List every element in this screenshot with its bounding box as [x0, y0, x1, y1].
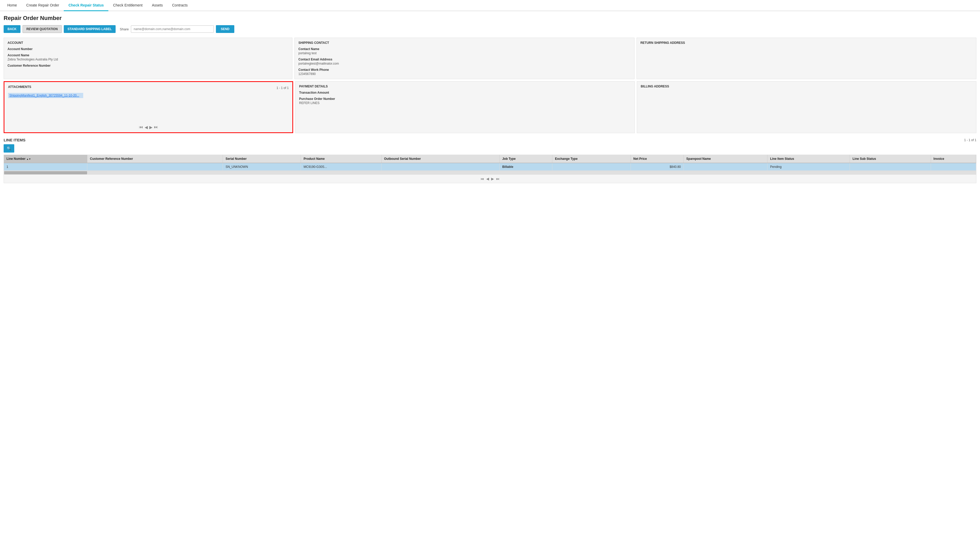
- back-button[interactable]: BACK: [4, 25, 21, 33]
- main-nav: HomeCreate Repair OrderCheck Repair Stat…: [0, 0, 980, 11]
- nav-item-create-repair-order[interactable]: Create Repair Order: [22, 0, 64, 11]
- table-col-net-price[interactable]: Net Price: [631, 155, 684, 163]
- payment-field-value: REFER LINES: [299, 101, 631, 105]
- pagination-last-icon[interactable]: ⏭: [154, 125, 158, 130]
- table-row[interactable]: 1SN_UNKNOWNMC9190-G30S...Billable$840.80…: [4, 163, 976, 171]
- table-cell: [381, 163, 500, 171]
- page-title: Repair Order Number: [4, 15, 976, 22]
- table-cell: [931, 163, 976, 171]
- attachments-title: ATTACHMENTS: [8, 85, 31, 89]
- attachments-count: 1 - 1 of 1: [277, 86, 289, 90]
- review-quotation-button[interactable]: REVIEW QUOTATION: [22, 25, 62, 33]
- shipping-contact-field-label: Contact Email Address: [298, 57, 630, 61]
- horizontal-scrollbar[interactable]: [4, 171, 976, 174]
- account-title: ACCOUNT: [8, 41, 288, 45]
- send-button[interactable]: SEND: [216, 25, 234, 33]
- line-items-count: 1 - 1 of 1: [964, 138, 976, 142]
- nav-item-check-repair-status[interactable]: Check Repair Status: [64, 0, 108, 11]
- search-icon: 🔍: [7, 146, 11, 150]
- table-cell: $840.80: [631, 163, 684, 171]
- table-cell: [850, 163, 931, 171]
- scrollbar-thumb[interactable]: [4, 171, 87, 174]
- pagination-prev-icon[interactable]: ◀: [145, 125, 148, 130]
- table-col-job-type[interactable]: Job Type: [500, 155, 552, 163]
- shipping-contact-field-value: 1234567890: [298, 72, 630, 76]
- table-pagination-next[interactable]: ▶: [491, 177, 494, 181]
- return-shipping-section: RETURN SHIPPING ADDRESS: [636, 38, 976, 79]
- table-pagination-first[interactable]: ⏮: [480, 177, 484, 181]
- line-items-table: Line Number ▲▼Customer Reference NumberS…: [4, 155, 976, 171]
- billing-address-section: BILLING ADDRESS: [637, 81, 976, 133]
- table-col-customer-reference-number[interactable]: Customer Reference Number: [88, 155, 223, 163]
- attachments-section: ATTACHMENTS 1 - 1 of 1 ShippingManifest1…: [4, 81, 293, 133]
- shipping-contact-title: SHIPPING CONTACT: [298, 41, 630, 45]
- account-field-label: Account Name: [8, 53, 288, 57]
- attachments-pagination: ⏮ ◀ ▶ ⏭: [5, 125, 293, 130]
- table-cell: Billable: [500, 163, 552, 171]
- share-email-input[interactable]: [131, 26, 214, 33]
- table-cell: 1: [4, 163, 88, 171]
- line-items-title: LINE ITEMS: [4, 138, 25, 142]
- nav-item-check-entitlement[interactable]: Check Entitlement: [108, 0, 147, 11]
- shipping-contact-field-label: Contact Name: [298, 47, 630, 51]
- billing-address-title: BILLING ADDRESS: [641, 85, 972, 88]
- payment-details-title: PAYMENT DETAILS: [299, 85, 631, 88]
- pagination-next-icon[interactable]: ▶: [149, 125, 153, 130]
- account-section: ACCOUNT Account NumberAccount NameZebra …: [4, 38, 293, 79]
- payment-field-label: Transaction Amount: [299, 91, 631, 94]
- table-cell: [684, 163, 767, 171]
- line-items-table-wrapper: Line Number ▲▼Customer Reference NumberS…: [4, 155, 976, 183]
- nav-item-contracts[interactable]: Contracts: [167, 0, 192, 11]
- payment-field-label: Purchase Order Number: [299, 97, 631, 101]
- table-footer: ⏮ ◀ ▶ ⏭: [4, 174, 976, 183]
- account-field-label: Account Number: [8, 47, 288, 51]
- table-cell: Pending: [767, 163, 850, 171]
- table-col-exchange-type[interactable]: Exchange Type: [552, 155, 631, 163]
- table-col-sparepool-name[interactable]: Sparepool Name: [684, 155, 767, 163]
- table-col-line-number[interactable]: Line Number ▲▼: [4, 155, 88, 163]
- attachment-link[interactable]: ShippingManifest1_English_30725594_11-10…: [8, 93, 83, 98]
- table-cell: [88, 163, 223, 171]
- account-field-label: Customer Reference Number: [8, 64, 288, 67]
- standard-shipping-label-button[interactable]: STANDARD SHIPPING LABEL: [64, 25, 116, 33]
- table-pagination-prev[interactable]: ◀: [486, 177, 489, 181]
- info-row-2: ATTACHMENTS 1 - 1 of 1 ShippingManifest1…: [0, 80, 980, 134]
- table-col-serial-number[interactable]: Serial Number: [223, 155, 301, 163]
- shipping-contact-field-value: portalregtest@mailinator.com: [298, 62, 630, 65]
- table-cell: MC9190-G30S...: [301, 163, 382, 171]
- table-col-line-item-status[interactable]: Line Item Status: [767, 155, 850, 163]
- shipping-contact-field-value: portalreg test: [298, 51, 630, 55]
- table-col-invoice[interactable]: Invoice: [931, 155, 976, 163]
- table-pagination-last[interactable]: ⏭: [496, 177, 500, 181]
- table-col-line-sub-status[interactable]: Line Sub Status: [850, 155, 931, 163]
- shipping-contact-section: SHIPPING CONTACT Contact Nameportalreg t…: [294, 38, 634, 79]
- payment-details-section: PAYMENT DETAILS Transaction AmountPurcha…: [295, 81, 635, 133]
- nav-item-home[interactable]: Home: [3, 0, 22, 11]
- shipping-contact-field-label: Contact Work Phone: [298, 68, 630, 72]
- table-cell: SN_UNKNOWN: [223, 163, 301, 171]
- toolbar: BACK REVIEW QUOTATION STANDARD SHIPPING …: [0, 23, 980, 37]
- nav-item-assets[interactable]: Assets: [147, 0, 167, 11]
- line-items-section: LINE ITEMS 1 - 1 of 1 🔍 Line Number ▲▼Cu…: [0, 134, 980, 183]
- info-row-1: ACCOUNT Account NumberAccount NameZebra …: [0, 37, 980, 80]
- account-field-value: Zebra Technologies Australia Pty Ltd: [8, 57, 288, 61]
- return-shipping-title: RETURN SHIPPING ADDRESS: [640, 41, 972, 45]
- table-col-product-name[interactable]: Product Name: [301, 155, 382, 163]
- pagination-first-icon[interactable]: ⏮: [139, 125, 143, 130]
- line-items-search-button[interactable]: 🔍: [4, 144, 14, 153]
- table-col-outbound-serial-number[interactable]: Outbound Serial Number: [381, 155, 500, 163]
- share-label: Share: [120, 27, 129, 31]
- table-cell: [552, 163, 631, 171]
